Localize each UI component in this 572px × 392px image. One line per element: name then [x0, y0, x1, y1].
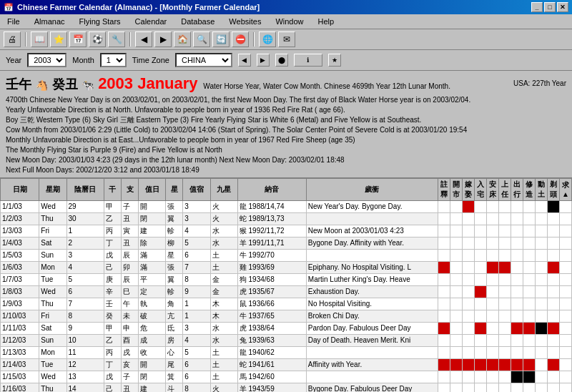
table-row[interactable]: 1/10/03Fri8癸未破亢1木牛 1937/65Broken Chi Day… [1, 310, 572, 322]
table-row[interactable]: 1/3/03Fri1丙寅建軫4水猴 1992/11,72New Moon at … [1, 225, 572, 237]
soccer-button[interactable]: ⚽ [89, 31, 106, 47]
table-row[interactable]: 1/4/03Sat2丁丑除柳5水羊 1991/11,71Bygone Day. … [1, 237, 572, 249]
activity-cell [475, 358, 487, 371]
table-row[interactable]: 1/5/03Sun3戊辰滿星6土牛 1992/70 [1, 249, 572, 261]
maximize-button[interactable]: □ [544, 2, 556, 12]
table-cell: 羊 1991/11,71 [237, 237, 306, 249]
activity-cell [560, 249, 572, 261]
table-row[interactable]: 1/11/03Sat9甲申危氐3水虎 1938/64Pardon Day. Fa… [1, 322, 572, 334]
table-cell: 子 [122, 371, 139, 383]
menu-file[interactable]: File [4, 16, 24, 27]
table-cell: 壬 [104, 298, 121, 310]
activity-cell [499, 371, 511, 383]
activity-cell [523, 200, 536, 212]
table-cell: Mon [39, 346, 66, 358]
year-select[interactable]: 2003 [27, 53, 66, 67]
table-row[interactable]: 1/9/03Thu7壬午執角1木鼠 1936/66No Hospital Vis… [1, 298, 572, 310]
table-row[interactable]: 1/8/03Wed6辛巳定軫9金虎 1935/67Exhaustion Day. [1, 285, 572, 298]
back-button[interactable]: ◀ [135, 31, 152, 47]
table-cell: New Year's Day. Bygone Day. [306, 200, 438, 212]
table-row[interactable]: 1/1/03Wed29甲子開張3火龍 1988/14,74New Year's … [1, 200, 572, 212]
table-cell: 6 [183, 358, 210, 371]
calendar-button[interactable]: 📅 [69, 31, 87, 47]
stars-button[interactable]: ⭐ [50, 31, 67, 47]
table-row[interactable]: 1/16/03Thu14己丑建斗8火羊 1943/59Bygone Day. F… [1, 383, 572, 392]
table-row[interactable]: 1/14/03Tue12丁亥開尾6土蛇 1941/61Affinity with… [1, 358, 572, 371]
menu-bar: File Almanac Flying Stars Calendar Datab… [0, 14, 572, 29]
activity-cell [450, 346, 463, 358]
table-cell: 土 [210, 358, 237, 371]
table-row[interactable]: 1/13/03Mon11丙戌收心5土龍 1940/62 [1, 346, 572, 358]
table-cell: 1/16/03 [1, 383, 39, 392]
almanac-button[interactable]: 📖 [31, 31, 48, 47]
activity-cell [560, 383, 572, 392]
col-gan: 干 [104, 178, 121, 200]
table-row[interactable]: 1/15/03Wed13戊子閉箕6土馬 1942/60 [1, 371, 572, 383]
activity-cell [536, 237, 548, 249]
table-cell [306, 212, 438, 225]
activity-cell [487, 310, 499, 322]
table-cell: 1 [183, 298, 210, 310]
table-cell: 乙 [104, 212, 121, 225]
menu-help[interactable]: Help [315, 16, 338, 27]
col-c3: 入宅 [475, 178, 487, 200]
prev-button[interactable]: ◀ [238, 54, 251, 67]
table-row[interactable]: 1/6/03Mon4己卯滿張7土雞 1993/69Epiphany. No Ho… [1, 261, 572, 273]
search-button[interactable]: 🔍 [193, 31, 210, 47]
stop-button[interactable]: ⛔ [232, 31, 249, 47]
home-button[interactable]: 🏠 [174, 31, 191, 47]
window-controls: _ □ ✕ [531, 2, 568, 12]
table-cell: 土 [210, 346, 237, 358]
tools-button[interactable]: 🔧 [108, 31, 125, 47]
activity-cell [499, 225, 511, 237]
close-button[interactable]: ✕ [557, 2, 568, 12]
info-button[interactable]: ℹ [294, 54, 322, 67]
mail-button[interactable]: ✉ [278, 31, 295, 47]
table-cell: 火 [210, 212, 237, 225]
menu-window[interactable]: Window [272, 16, 307, 27]
activity-cell [523, 285, 536, 298]
refresh-button[interactable]: 🔄 [212, 31, 230, 47]
table-cell: 金 [210, 285, 237, 298]
table-row[interactable]: 1/12/03Sun10乙酉成房4水兔 1939/63Day of Death.… [1, 334, 572, 346]
col-c4: 安床 [487, 178, 499, 200]
table-cell: 金 [210, 273, 237, 285]
activity-cell [450, 225, 463, 237]
timezone-select[interactable]: CHINA [175, 53, 232, 67]
activity-cell [487, 225, 499, 237]
activity-cell [499, 212, 511, 225]
minimize-button[interactable]: _ [531, 2, 543, 12]
menu-websites[interactable]: Websites [225, 16, 265, 27]
chinese-title-1: 壬午 [6, 77, 31, 92]
table-cell: 卯 [122, 261, 139, 273]
month-subtitle: Water Horse Year, Water Cow Month. Chine… [203, 82, 450, 90]
table-row[interactable]: 1/7/03Tue5庚辰平翼8金狗 1934/68Martin Luther K… [1, 273, 572, 285]
menu-almanac[interactable]: Almanac [31, 16, 69, 27]
activity-cell [463, 358, 475, 371]
year-header: 壬午 🐴 癸丑 🐄 2003 January Water Horse Year,… [6, 73, 566, 95]
activity-cell [523, 261, 536, 273]
activity-cell [548, 371, 560, 383]
activity-cell [438, 273, 450, 285]
next-button[interactable]: ▶ [257, 54, 270, 67]
activity-cell [438, 200, 450, 212]
table-cell: Pardon Day. Fabulous Deer Day [306, 322, 438, 334]
table-cell: 己 [104, 261, 121, 273]
activity-cell [548, 285, 560, 298]
activity-cell [511, 249, 523, 261]
activity-cell [536, 310, 548, 322]
print-button[interactable]: 🖨 [4, 31, 21, 47]
col-tone: 納音 [237, 178, 306, 200]
table-row[interactable]: 1/2/03Thu30乙丑閉翼3火蛇 1989/13,73 [1, 212, 572, 225]
table-cell: 木 [210, 298, 237, 310]
month-select[interactable]: 1 [100, 53, 127, 67]
menu-calendar[interactable]: Calendar [132, 16, 171, 27]
menu-flying-stars[interactable]: Flying Stars [76, 16, 124, 27]
go-button[interactable]: ⬤ [275, 54, 288, 67]
activity-cell [548, 237, 560, 249]
fav-button[interactable]: ★ [328, 54, 341, 67]
calendar-container[interactable]: 日期 星期 陰曆日 干 支 值日 星 值宿 九星 納音 歲衝 註釋 開市 嫁娶 … [0, 178, 572, 392]
fwd-button[interactable]: ▶ [154, 31, 172, 47]
menu-database[interactable]: Database [177, 16, 218, 27]
globe-button[interactable]: 🌐 [259, 31, 276, 47]
